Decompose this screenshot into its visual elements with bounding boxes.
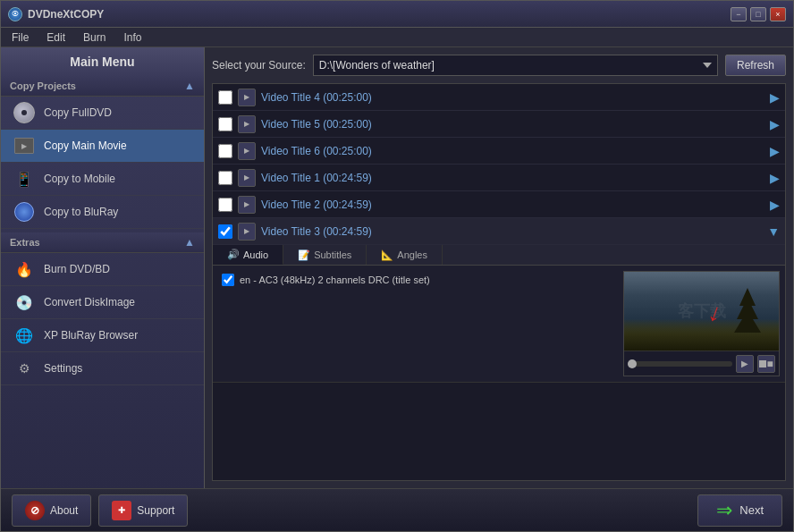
audio-checkbox-0[interactable] bbox=[222, 274, 234, 286]
play-button[interactable]: ▶ bbox=[736, 355, 754, 373]
burn-icon: 🔥 bbox=[12, 258, 37, 280]
video-title-5[interactable]: Video Title 3 (00:24:59) bbox=[261, 225, 764, 238]
row-checkbox-4[interactable] bbox=[218, 198, 232, 212]
mainmovie-icon bbox=[12, 135, 37, 156]
sidebar-item-copy-to-bluray[interactable]: Copy to BluRay bbox=[1, 196, 204, 229]
table-row[interactable]: ▶ Video Title 1 (00:24:59) ▶ bbox=[213, 165, 785, 191]
row-checkbox-5[interactable] bbox=[218, 224, 232, 239]
copy-section-arrow: ▲ bbox=[184, 80, 195, 92]
content-area: Select your Source: D:\[Wonders of weath… bbox=[205, 47, 793, 488]
source-dropdown[interactable]: D:\[Wonders of weather] bbox=[313, 55, 718, 76]
copy-fulldvd-label: Copy FullDVD bbox=[44, 106, 112, 119]
video-file-icon-4: ▶ bbox=[238, 196, 256, 214]
about-icon: ⊘ bbox=[25, 501, 45, 520]
angles-tab-icon: 📐 bbox=[381, 249, 393, 261]
burn-dvd-label: Burn DVD/BD bbox=[44, 263, 110, 275]
menu-burn[interactable]: Burn bbox=[76, 30, 113, 46]
support-button[interactable]: ✚ Support bbox=[98, 494, 188, 527]
preview-controls: ▶ ■ bbox=[624, 350, 779, 376]
expand-tabs: 🔊 Audio 📝 Subtitles 📐 Angles bbox=[213, 245, 785, 266]
row-checkbox-3[interactable] bbox=[218, 171, 232, 185]
sidebar-item-copy-fulldvd[interactable]: Copy FullDVD bbox=[1, 97, 204, 130]
title-bar-left: ⦿ DVDneXtCOPY bbox=[8, 7, 104, 21]
row-checkbox-2[interactable] bbox=[218, 144, 232, 158]
bluray-icon bbox=[12, 201, 37, 223]
convert-diskimage-label: Convert DiskImage bbox=[44, 296, 135, 308]
video-file-icon-0: ▶ bbox=[238, 89, 256, 106]
video-title-4[interactable]: Video Title 2 (00:24:59) bbox=[261, 198, 766, 211]
menu-bar: File Edit Burn Info bbox=[1, 28, 793, 47]
tree-silhouette bbox=[734, 288, 761, 333]
sidebar-item-convert-diskimage[interactable]: 💿 Convert DiskImage bbox=[1, 286, 204, 319]
minimize-button[interactable]: − bbox=[731, 7, 747, 21]
sidebar-title: Main Menu bbox=[1, 47, 204, 76]
menu-file[interactable]: File bbox=[4, 30, 36, 46]
source-row: Select your Source: D:\[Wonders of weath… bbox=[212, 55, 786, 76]
video-title-3[interactable]: Video Title 1 (00:24:59) bbox=[261, 172, 766, 184]
expand-arrow-1[interactable]: ▶ bbox=[770, 117, 780, 131]
expand-content: en - AC3 (48kHz) 2 channels DRC (title s… bbox=[213, 266, 785, 382]
sidebar-item-copy-to-mobile[interactable]: 📱 Copy to Mobile bbox=[1, 163, 204, 196]
menu-edit[interactable]: Edit bbox=[39, 30, 72, 46]
angles-tab-label: Angles bbox=[397, 249, 427, 260]
audio-list: en - AC3 (48kHz) 2 channels DRC (title s… bbox=[218, 271, 616, 376]
expand-arrow-0[interactable]: ▶ bbox=[770, 90, 780, 105]
support-icon: ✚ bbox=[112, 501, 131, 520]
progress-thumb bbox=[628, 359, 637, 368]
audio-tab-icon: 🔊 bbox=[227, 249, 240, 260]
video-title-0[interactable]: Video Title 4 (00:25:00) bbox=[261, 91, 766, 104]
window-title: DVDneXtCOPY bbox=[28, 8, 104, 21]
extras-header: Extras ▲ bbox=[1, 232, 204, 253]
sidebar: Main Menu Copy Projects ▲ Copy FullDVD C… bbox=[1, 47, 205, 488]
subtitles-tab-label: Subtitles bbox=[314, 249, 351, 260]
window-controls: − □ × bbox=[731, 7, 786, 21]
close-button[interactable]: × bbox=[770, 7, 786, 21]
expand-panel: 🔊 Audio 📝 Subtitles 📐 Angles bbox=[213, 245, 785, 383]
maximize-button[interactable]: □ bbox=[750, 7, 766, 21]
copy-to-bluray-label: Copy to BluRay bbox=[44, 206, 118, 218]
video-file-icon-3: ▶ bbox=[238, 169, 256, 187]
sidebar-item-burn-dvd[interactable]: 🔥 Burn DVD/BD bbox=[1, 253, 204, 286]
tab-angles[interactable]: 📐 Angles bbox=[367, 245, 443, 265]
stop-button[interactable]: ■ bbox=[757, 355, 775, 373]
settings-label: Settings bbox=[44, 362, 82, 375]
table-row[interactable]: ▶ Video Title 4 (00:25:00) ▶ bbox=[213, 84, 785, 111]
about-button[interactable]: ⊘ About bbox=[12, 494, 91, 527]
video-file-icon-1: ▶ bbox=[238, 115, 256, 133]
sidebar-item-copy-main-movie[interactable]: Copy Main Movie bbox=[1, 130, 204, 163]
watermark: 客下载 bbox=[678, 300, 726, 322]
title-bar: ⦿ DVDneXtCOPY − □ × bbox=[1, 1, 793, 28]
next-label: Next bbox=[739, 503, 764, 517]
tab-subtitles[interactable]: 📝 Subtitles bbox=[283, 245, 367, 265]
settings-icon: ⚙ bbox=[12, 358, 37, 379]
bottom-bar: ⊘ About ✚ Support ⇒ Next bbox=[1, 488, 793, 531]
expand-arrow-3[interactable]: ▶ bbox=[770, 171, 780, 185]
row-checkbox-0[interactable] bbox=[218, 90, 232, 105]
xp-bluray-label: XP BluRay Browser bbox=[44, 329, 138, 342]
video-list: ▶ Video Title 4 (00:25:00) ▶ ▶ Video Tit… bbox=[212, 83, 786, 481]
table-row[interactable]: ▶ Video Title 2 (00:24:59) ▶ bbox=[213, 191, 785, 218]
tab-audio[interactable]: 🔊 Audio bbox=[213, 245, 283, 265]
video-title-2[interactable]: Video Title 6 (00:25:00) bbox=[261, 145, 766, 157]
next-arrow-icon: ⇒ bbox=[716, 499, 732, 522]
sidebar-item-xp-bluray[interactable]: 🌐 XP BluRay Browser bbox=[1, 319, 204, 352]
table-row[interactable]: ▶ Video Title 6 (00:25:00) ▶ bbox=[213, 138, 785, 165]
mobile-icon: 📱 bbox=[12, 168, 37, 190]
main-window: ⦿ DVDneXtCOPY − □ × File Edit Burn Info … bbox=[0, 0, 794, 532]
table-row-expanded[interactable]: ▶ Video Title 3 (00:24:59) ▼ bbox=[213, 218, 785, 245]
expand-arrow-4[interactable]: ▶ bbox=[770, 198, 780, 212]
audio-tab-label: Audio bbox=[243, 249, 268, 260]
expand-arrow-2[interactable]: ▶ bbox=[770, 144, 780, 158]
table-row[interactable]: ▶ Video Title 5 (00:25:00) ▶ bbox=[213, 111, 785, 138]
copy-to-mobile-label: Copy to Mobile bbox=[44, 173, 115, 185]
video-title-1[interactable]: Video Title 5 (00:25:00) bbox=[261, 118, 766, 131]
fulldvd-icon bbox=[12, 102, 37, 123]
refresh-button[interactable]: Refresh bbox=[725, 55, 786, 76]
next-button[interactable]: ⇒ Next bbox=[697, 494, 782, 527]
expand-arrow-5[interactable]: ▼ bbox=[767, 224, 780, 239]
menu-info[interactable]: Info bbox=[116, 30, 148, 46]
progress-bar[interactable] bbox=[628, 361, 732, 367]
sidebar-item-settings[interactable]: ⚙ Settings bbox=[1, 352, 204, 385]
about-label: About bbox=[50, 504, 78, 517]
row-checkbox-1[interactable] bbox=[218, 117, 232, 131]
